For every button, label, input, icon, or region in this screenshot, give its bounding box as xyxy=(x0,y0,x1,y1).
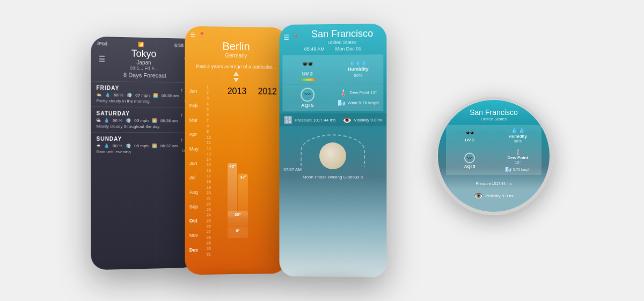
moon-circle xyxy=(319,142,346,169)
sf-aqi-label: AQI 5 xyxy=(301,103,313,108)
friday-humidity: 💧 xyxy=(105,92,111,97)
zoom-uv-label: UV 2 xyxy=(465,138,474,142)
zoom-grid: 🕶️ UV 2 💧 💧 Humidity 96% 〰 AQI 5 xyxy=(446,125,541,175)
circle-zoom: San Francisco United States 🕶️ UV 2 💧 💧 … xyxy=(435,97,553,215)
zoom-dew-val: 13° xyxy=(515,161,521,164)
month-nov: Nov xyxy=(189,228,207,242)
zoom-uv-cell: 🕶️ UV 2 xyxy=(446,125,494,146)
saturday-humidity-icon: 💧 xyxy=(104,118,109,123)
zoom-dew-icon: 🌡️ xyxy=(515,149,521,155)
tokyo-country: Japan xyxy=(130,59,158,66)
berlin-location-icon: 📍 xyxy=(199,32,205,38)
drop-icon-1: 💧 xyxy=(349,61,355,66)
sf-pressure-row: 🔢 Pressure 1017.44 mb 👁️ Visibility 9.0 … xyxy=(279,113,386,126)
berlin-country: Germany xyxy=(191,52,282,59)
tokyo-header: ☰ Tokyo Japan 08:5... Fri F... 📍 8 Days … xyxy=(91,47,197,83)
sf-country: United States xyxy=(302,39,382,45)
sf-dew-wind-cell: 🌡️ Dew Point 13° 🌬️ Wind 5.76 kmph xyxy=(333,84,383,111)
zoom-aqi-icon: 〰 xyxy=(464,153,475,163)
saturday-sunrise-icon: 🌅 xyxy=(152,118,157,123)
temp-bar-mid: 32° xyxy=(238,174,248,217)
sunday-sunrise-val: 06:37 am xyxy=(160,144,178,148)
scroll-down-icon[interactable] xyxy=(233,78,239,82)
zoom-aqi-cell: 〰 AQI 5 xyxy=(446,146,494,175)
zoom-wind-row: 🌬️ 5.76 kmph xyxy=(505,167,530,173)
phone-berlin: ☰ 📍 Berlin Germany Past 4 years average … xyxy=(185,26,287,275)
zoom-inner: San Francisco United States 🕶️ UV 2 💧 💧 … xyxy=(438,100,550,212)
sf-data-grid: 🕶️ UV 2 💧 💧 💧 Humidity 96% 〰 AQI 5 xyxy=(282,54,383,111)
aqi-circle-icon: 〰 xyxy=(301,88,314,102)
gauge-icon: 🔢 xyxy=(283,116,292,124)
zoom-drop-1: 💧 xyxy=(511,127,517,133)
days-column: 1 2 3 4 5 6 7 8 9 10 11 12 13 14 15 16 1… xyxy=(207,84,217,257)
sf-moon-area: 07:07 AM xyxy=(279,126,386,175)
sf-visibility-block: 👁️ Visibility 9.0 mi xyxy=(342,116,382,124)
humidity-drops: 💧 💧 💧 xyxy=(349,61,367,66)
saturday-desc: Mostly cloudy throughout the day xyxy=(96,124,159,129)
sf-wind-label: Wind 5.76 kmph xyxy=(348,101,379,105)
month-feb: Feb xyxy=(189,98,207,113)
zoom-vis-text: Visibility 9.0 mi xyxy=(485,194,514,198)
sf-pressure-block: 🔢 Pressure 1017.44 mb xyxy=(283,116,335,124)
sunday-label: SUNDAY xyxy=(96,136,122,142)
berlin-chart-area: 2013 2012 45° 32° 25° xyxy=(217,84,287,257)
eye-icon: 👁️ xyxy=(342,116,352,124)
wind-row: 🌬️ Wind 5.76 kmph xyxy=(338,99,379,106)
sf-time-row: 05:49 AM Mon Dec 01 xyxy=(279,45,386,53)
wifi-icon: 📶 xyxy=(138,42,144,47)
sunday-humidity-icon: 💧 xyxy=(104,144,109,148)
friday-weather-icon: ⛅ xyxy=(96,92,101,97)
berlin-scroll xyxy=(185,71,287,83)
friday-label: FRIDAY xyxy=(96,85,119,91)
temp-bar-high: 45° xyxy=(228,163,237,217)
berlin-header: Berlin Germany xyxy=(185,40,287,62)
saturday-wind-icon: 💨 xyxy=(126,118,131,123)
sunday-sunrise-icon: 🌅 xyxy=(152,144,157,148)
friday-row: FRIDAY ↑ 13° ⛅ 💧 68 % 💨 07 mph 🌅 06:38 a… xyxy=(91,81,197,108)
friday-wind-val: 07 mph xyxy=(135,93,150,98)
dew-icon: 🌡️ xyxy=(339,89,347,96)
saturday-row: SATURDAY ↑ 11° 🌥 💧 66 % 💨 03 mph 🌅 06:38… xyxy=(91,106,197,132)
zoom-aqi-label: AQI 5 xyxy=(464,164,475,169)
saturday-label: SATURDAY xyxy=(96,110,129,117)
tokyo-city: Tokyo xyxy=(130,48,158,60)
month-sep: Sep xyxy=(189,199,207,214)
zoom-wind-val: 5.76 kmph xyxy=(513,168,530,171)
zoom-visibility: 👁️ Visibility 9.0 mi xyxy=(446,189,541,202)
month-jan: Jan xyxy=(189,84,207,98)
phones-container: iPod 📶 6:58 am ☰ Tokyo Japan 08:5... Fri… xyxy=(27,11,617,290)
zoom-drop-2: 💧 xyxy=(518,127,525,133)
sf-aqi-cell: 〰 AQI 5 xyxy=(282,84,332,111)
temp-bar-low: 25° xyxy=(228,211,248,227)
sunday-weather-icon: 🌧 xyxy=(96,144,100,148)
berlin-description: Past 4 years average of a particular... xyxy=(185,63,287,70)
device-label: iPod xyxy=(97,41,107,46)
uv-glasses-icon: 🕶️ xyxy=(302,58,313,70)
zoom-humidity-cell: 💧 💧 Humidity 96% xyxy=(494,125,542,146)
sf-date: Mon Dec 01 xyxy=(335,46,362,52)
temp-mid-label: 32° xyxy=(240,175,246,180)
sf-dew-label: Dew Point 13° xyxy=(349,90,377,95)
year-2012: 2012 xyxy=(258,87,277,96)
month-jun: Jun xyxy=(189,156,207,170)
sf-time: 05:49 AM xyxy=(304,46,325,52)
sunday-humidity-val: 80 % xyxy=(113,144,122,148)
sf-location-icon: 📍 xyxy=(292,34,299,40)
scroll-up-icon[interactable] xyxy=(233,71,239,76)
temp-high-label: 45° xyxy=(229,164,236,169)
zoom-country: United States xyxy=(446,117,541,121)
month-jul: Jul xyxy=(189,170,207,185)
zoom-pressure: Pressure 1017.44 mb xyxy=(446,175,541,189)
saturday-humidity-val: 66 % xyxy=(113,118,122,123)
friday-sunrise-icon: 🌅 xyxy=(153,93,158,98)
zoom-humidity-val: 96% xyxy=(514,139,522,143)
saturday-wind-val: 03 mph xyxy=(134,118,149,123)
sf-visibility-text: Visibility 9.0 mi xyxy=(354,117,382,122)
sunday-desc: Rain until evening. xyxy=(96,149,131,154)
months-column: Jan Feb Mar Apr May Jun Jul Aug Sep Oct … xyxy=(185,84,207,257)
sf-header: ☰ 📍 San Francisco United States xyxy=(279,24,386,46)
zoom-city: San Francisco xyxy=(446,108,541,117)
zoom-humidity-label: Humidity xyxy=(509,134,527,139)
temp-bar-vlow: 8° xyxy=(228,227,248,238)
berlin-menu-icon: ☰ xyxy=(191,32,195,38)
